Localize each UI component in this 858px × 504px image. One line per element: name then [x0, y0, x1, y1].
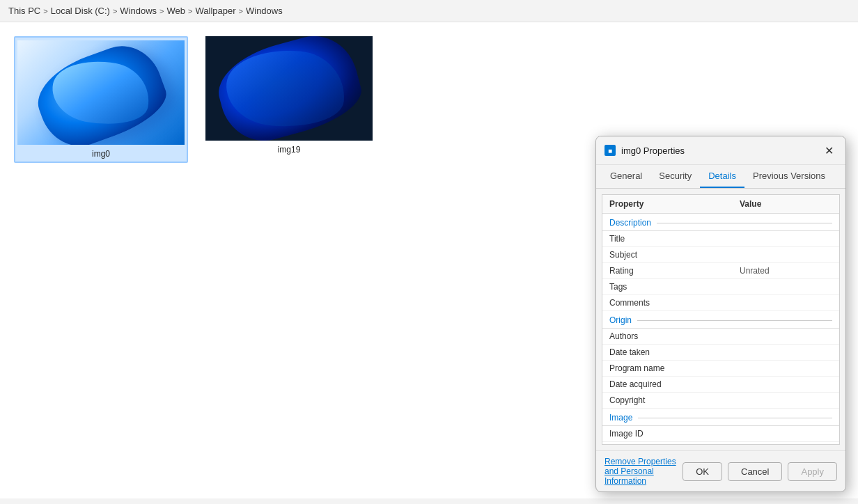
prop-copyright-label: Copyright	[602, 393, 733, 409]
section-image-label: Image	[609, 413, 832, 423]
table-row: Date acquired	[602, 377, 839, 393]
prop-rating-value: Unrated	[733, 263, 839, 279]
breadcrumb: This PC > Local Disk (C:) > Windows > We…	[0, 0, 858, 22]
dialog-title: img0 Properties	[621, 145, 685, 156]
tab-details[interactable]: Details	[700, 165, 744, 188]
file-item-img19[interactable]: img19	[202, 36, 376, 155]
prop-comments-value	[733, 295, 839, 311]
dialog-buttons: OK Cancel Apply	[682, 462, 837, 481]
cancel-button[interactable]: Cancel	[728, 462, 782, 481]
prop-copyright-value	[733, 393, 839, 409]
file-item-img0[interactable]: img0	[14, 36, 188, 163]
prop-dateacquired-value	[733, 377, 839, 393]
table-row: Image ID	[602, 426, 839, 442]
table-row: Tags	[602, 279, 839, 295]
breadcrumb-item-windows[interactable]: Windows	[120, 6, 157, 16]
ok-button[interactable]: OK	[682, 462, 722, 481]
prop-subject-label: Subject	[602, 247, 733, 263]
section-description: Description	[602, 214, 839, 231]
prop-authors-label: Authors	[602, 329, 733, 345]
prop-rating-label: Rating	[602, 263, 733, 279]
prop-tags-value	[733, 279, 839, 295]
prop-tags-label: Tags	[602, 279, 733, 295]
separator-4: >	[188, 7, 192, 15]
prop-datetaken-value	[733, 345, 839, 361]
apply-button[interactable]: Apply	[788, 462, 837, 481]
table-row: Rating Unrated	[602, 263, 839, 279]
table-row: Authors	[602, 329, 839, 345]
table-row: Subject	[602, 247, 839, 263]
tab-previous-versions[interactable]: Previous Versions	[744, 165, 834, 188]
tab-security[interactable]: Security	[650, 165, 700, 188]
section-origin: Origin	[602, 311, 839, 329]
tab-general[interactable]: General	[602, 165, 650, 188]
dialog-close-button[interactable]: ✕	[820, 142, 837, 159]
prop-dimensions-value: 3840 x 2400	[733, 442, 839, 446]
table-header-row: Property Value	[602, 195, 839, 214]
remove-properties-link[interactable]: Remove Properties and Personal Informati…	[604, 457, 682, 486]
properties-content[interactable]: Property Value Description Title Subject	[602, 194, 840, 445]
table-row: Title	[602, 231, 839, 247]
prop-subject-value	[733, 247, 839, 263]
dialog-title-left: ■ img0 Properties	[604, 145, 685, 156]
prop-imageid-label: Image ID	[602, 426, 733, 442]
dialog-titlebar: ■ img0 Properties ✕	[596, 136, 845, 165]
separator-5: >	[239, 7, 243, 15]
dialog-footer: Remove Properties and Personal Informati…	[596, 450, 845, 491]
file-label-img0: img0	[92, 149, 110, 159]
table-row: Date taken	[602, 345, 839, 361]
separator-1: >	[43, 7, 47, 15]
properties-table: Property Value Description Title Subject	[602, 195, 839, 445]
table-row: Dimensions 3840 x 2400	[602, 442, 839, 446]
prop-dateacquired-label: Date acquired	[602, 377, 733, 393]
breadcrumb-item-localdisk[interactable]: Local Disk (C:)	[51, 6, 110, 16]
properties-dialog: ■ img0 Properties ✕ General Security Det…	[595, 136, 846, 492]
dialog-tabs: General Security Details Previous Versio…	[596, 165, 845, 189]
breadcrumb-item-thispc[interactable]: This PC	[8, 6, 40, 16]
breadcrumb-item-wallpaper[interactable]: Wallpaper	[195, 6, 235, 16]
file-label-img19: img19	[278, 145, 301, 155]
table-row: Program name	[602, 361, 839, 377]
col-property: Property	[602, 195, 733, 214]
breadcrumb-item-windows2[interactable]: Windows	[246, 6, 283, 16]
section-description-label: Description	[609, 218, 832, 228]
separator-2: >	[113, 7, 117, 15]
table-row: Comments	[602, 295, 839, 311]
col-value: Value	[733, 195, 839, 214]
prop-imageid-value	[733, 426, 839, 442]
prop-authors-value	[733, 329, 839, 345]
file-thumbnail-img19	[205, 36, 373, 141]
prop-programname-label: Program name	[602, 361, 733, 377]
prop-datetaken-label: Date taken	[602, 345, 733, 361]
prop-dimensions-label: Dimensions	[602, 442, 733, 446]
breadcrumb-item-web[interactable]: Web	[167, 6, 186, 16]
prop-title-label: Title	[602, 231, 733, 247]
section-image: Image	[602, 409, 839, 426]
section-origin-label: Origin	[609, 315, 832, 325]
prop-programname-value	[733, 361, 839, 377]
file-icon: ■	[604, 145, 616, 156]
prop-title-value	[733, 231, 839, 247]
prop-comments-label: Comments	[602, 295, 733, 311]
table-row: Copyright	[602, 393, 839, 409]
file-thumbnail-img0	[17, 40, 185, 145]
separator-3: >	[159, 7, 164, 15]
